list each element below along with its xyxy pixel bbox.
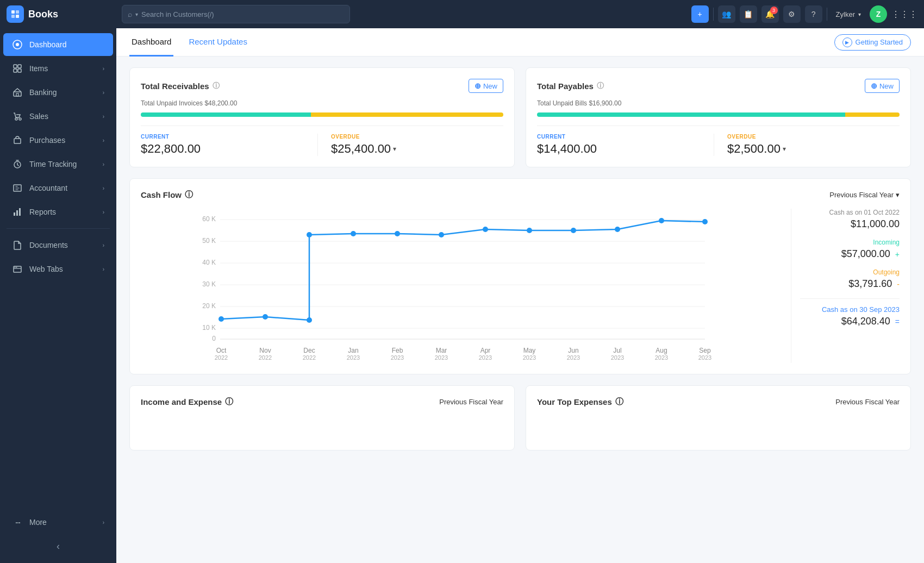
documents-arrow: › [103, 242, 104, 248]
tab-dashboard[interactable]: Dashboard [129, 28, 173, 57]
payables-help-icon[interactable]: ⓘ [597, 81, 604, 91]
receivables-overdue-value: $25,400.00 ▾ [331, 142, 503, 156]
sidebar-item-sales[interactable]: Sales › [3, 105, 113, 128]
sidebar-item-banking[interactable]: Banking › [3, 81, 113, 104]
contacts-button[interactable]: 👥 [718, 5, 735, 23]
dot-may2023 [527, 228, 532, 233]
cf-outgoing-value: $3,791.60 - [800, 278, 900, 290]
payables-current-value: $14,400.00 [537, 142, 709, 156]
settings-button[interactable]: ⚙ [783, 5, 801, 23]
notifications-button[interactable]: 🔔 3 [761, 5, 779, 23]
help-button[interactable]: ? [805, 5, 822, 23]
receivables-header: Total Receivables ⓘ ⊕ New [141, 79, 503, 93]
sidebar-item-web-tabs[interactable]: Web Tabs › [3, 258, 113, 280]
cashflow-help-icon[interactable]: ⓘ [185, 190, 193, 200]
sidebar-item-more[interactable]: ··· More › [3, 511, 113, 534]
sidebar-label-web-tabs: Web Tabs [29, 265, 96, 273]
user-menu[interactable]: Zylker ▾ [832, 10, 865, 18]
svg-rect-1 [16, 10, 19, 14]
topnav: Books ⌕ ▾ + 👥 📋 🔔 3 ⚙ ? Zylker ▾ [0, 0, 924, 28]
cash-flow-header: Cash Flow ⓘ Previous Fiscal Year ▾ [141, 190, 900, 200]
top-expenses-title: Your Top Expenses ⓘ [537, 397, 623, 407]
svg-text:2023: 2023 [655, 354, 668, 361]
sidebar-collapse[interactable]: ‹ [0, 534, 116, 559]
app-name: Books [28, 9, 58, 20]
cf-incoming: Incoming $57,000.00 + [800, 239, 900, 260]
svg-text:10 K: 10 K [202, 324, 216, 331]
sidebar-divider [7, 228, 110, 229]
cf-incoming-label: Incoming [800, 239, 900, 246]
sidebar-label-items: Items [29, 64, 96, 73]
sidebar-item-accountant[interactable]: Accountant › [3, 177, 113, 199]
sales-arrow: › [103, 114, 104, 120]
sidebar-item-purchases[interactable]: Purchases › [3, 129, 113, 152]
svg-text:2023: 2023 [523, 354, 536, 361]
payables-progress-bar [537, 112, 900, 117]
svg-rect-2 [11, 15, 15, 18]
notification-badge: 3 [770, 7, 778, 14]
search-dropdown[interactable]: ▾ [135, 11, 138, 17]
receivables-overdue: OVERDUE $25,400.00 ▾ [318, 134, 503, 156]
top-expenses-help-icon[interactable]: ⓘ [615, 397, 623, 407]
receivables-new-button[interactable]: ⊕ New [469, 79, 503, 93]
cash-flow-chart-svg: 60 K 50 K 40 K 30 K 20 K 10 K 0 [141, 209, 780, 361]
incoming-op: + [895, 250, 900, 259]
getting-started-button[interactable]: ▶ Getting Started [834, 34, 911, 51]
svg-text:2023: 2023 [391, 354, 404, 361]
sidebar-item-documents[interactable]: Documents › [3, 234, 113, 257]
payables-overdue-dropdown[interactable]: ▾ [783, 145, 786, 153]
avatar[interactable]: Z [870, 5, 887, 23]
sidebar-label-dashboard: Dashboard [29, 40, 104, 49]
cashflow-period-selector[interactable]: Previous Fiscal Year ▾ [829, 191, 900, 199]
svg-point-12 [15, 118, 17, 120]
play-icon: ▶ [842, 37, 852, 47]
cash-flow-stats: Cash as on 01 Oct 2022 $11,000.00 Incomi… [791, 209, 900, 363]
overdue-dropdown[interactable]: ▾ [393, 145, 396, 153]
dot-mar2023 [439, 232, 444, 237]
svg-text:Oct: Oct [216, 347, 227, 354]
svg-text:50 K: 50 K [202, 237, 216, 245]
web-tabs-arrow: › [103, 266, 104, 272]
search-bar[interactable]: ⌕ ▾ [122, 5, 350, 23]
dot-dec2022-low [307, 317, 312, 323]
items-arrow: › [103, 66, 104, 72]
sidebar-item-dashboard[interactable]: Dashboard [3, 33, 113, 56]
income-expense-help-icon[interactable]: ⓘ [225, 397, 233, 407]
svg-rect-6 [14, 65, 17, 68]
svg-point-5 [16, 43, 19, 46]
svg-text:Jan: Jan [348, 347, 358, 354]
svg-text:30 K: 30 K [202, 280, 216, 288]
cash-flow-title: Cash Flow ⓘ [141, 190, 193, 200]
dot-jul2023 [615, 227, 620, 232]
purchases-arrow: › [103, 137, 104, 143]
tab-recent-updates[interactable]: Recent Updates [186, 28, 249, 57]
sidebar-label-documents: Documents [29, 241, 96, 249]
closing-op: = [895, 317, 900, 326]
receivables-overdue-bar [311, 112, 503, 117]
payables-overdue-bar [845, 112, 900, 117]
search-input[interactable] [141, 10, 344, 18]
payables-new-button[interactable]: ⊕ New [865, 79, 900, 93]
topnav-actions: + 👥 📋 🔔 3 ⚙ ? Zylker ▾ Z ⋮⋮⋮ [691, 5, 917, 23]
payables-header: Total Payables ⓘ ⊕ New [537, 79, 900, 93]
cash-flow-chart-area: 60 K 50 K 40 K 30 K 20 K 10 K 0 [141, 209, 780, 363]
calendar-button[interactable]: 📋 [740, 5, 757, 23]
svg-rect-9 [18, 69, 21, 72]
divider2 [827, 8, 827, 21]
app-logo[interactable]: Books [7, 5, 115, 23]
dot-apr2023 [483, 227, 488, 232]
receivables-help-icon[interactable]: ⓘ [213, 81, 220, 91]
income-expense-period[interactable]: Previous Fiscal Year [439, 398, 503, 406]
sidebar-item-reports[interactable]: Reports › [3, 201, 113, 223]
sidebar-item-time-tracking[interactable]: Time Tracking › [3, 153, 113, 176]
sidebar-item-items[interactable]: Items › [3, 57, 113, 80]
time-tracking-icon [12, 159, 23, 170]
top-expenses-period[interactable]: Previous Fiscal Year [835, 398, 900, 406]
svg-text:2023: 2023 [479, 354, 492, 361]
documents-icon [12, 240, 23, 251]
user-name: Zylker [836, 10, 855, 18]
add-button[interactable]: + [691, 5, 709, 23]
svg-text:Feb: Feb [392, 347, 403, 354]
grid-icon[interactable]: ⋮⋮⋮ [891, 9, 917, 20]
contacts-icon: 👥 [722, 10, 731, 18]
